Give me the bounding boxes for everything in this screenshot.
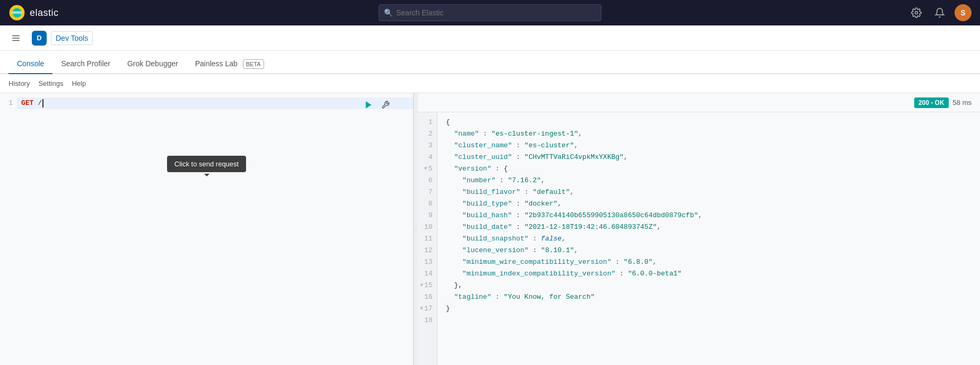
resp-line-14: "minimum_index_compatibility_version" : … bbox=[438, 268, 980, 280]
editor-actions bbox=[362, 99, 392, 111]
svg-rect-3 bbox=[12, 13, 22, 14]
resp-line-12: "lucene_version" : "8.10.1", bbox=[438, 245, 980, 256]
resp-line-2: "name" : "es-cluster-ingest-1", bbox=[438, 128, 980, 140]
status-badge: 200 - OK bbox=[914, 97, 949, 108]
resp-line-7: "build_flavor" : "default", bbox=[438, 186, 980, 198]
hamburger-button[interactable] bbox=[8, 31, 23, 46]
user-avatar[interactable]: S bbox=[955, 4, 972, 21]
app-badge[interactable]: D bbox=[32, 31, 47, 46]
http-method: GET bbox=[21, 97, 33, 109]
top-bar: elastic 🔍 S bbox=[0, 0, 980, 25]
resp-line-4: "cluster_uuid" : "CHvMTTVaRiC4vpkMxYXKBg… bbox=[438, 152, 980, 163]
settings-icon[interactable] bbox=[908, 4, 925, 21]
resize-divider[interactable]: ⋮ bbox=[414, 93, 418, 365]
resp-line-11: "build_snapshot" : false, bbox=[438, 233, 980, 245]
resp-line-13: "minimum_wire_compatibility_version" : "… bbox=[438, 256, 980, 268]
history-link[interactable]: History bbox=[8, 79, 30, 87]
resp-line-3: "cluster_name" : "es-cluster", bbox=[438, 140, 980, 152]
editor-pane: 1 GET / bbox=[0, 93, 414, 365]
resp-line-1: { bbox=[438, 117, 980, 128]
help-link[interactable]: Help bbox=[72, 79, 86, 87]
response-body: 1 2 3 4 ▼5 6 7 8 9 10 11 12 13 14 ▼15 16… bbox=[418, 112, 980, 365]
tab-console[interactable]: Console bbox=[8, 54, 52, 74]
top-bar-right: S bbox=[908, 4, 972, 21]
http-path: / bbox=[33, 97, 42, 109]
svg-rect-2 bbox=[12, 12, 22, 13]
beta-badge: BETA bbox=[243, 59, 264, 69]
response-header: 200 - OK 58 ms bbox=[418, 93, 980, 112]
svg-marker-8 bbox=[366, 101, 372, 109]
response-pane: 200 - OK 58 ms 1 2 3 4 ▼5 6 7 8 9 10 11 … bbox=[418, 93, 980, 365]
tab-search-profiler[interactable]: Search Profiler bbox=[52, 54, 119, 74]
response-time: 58 ms bbox=[953, 99, 972, 106]
response-line-numbers: 1 2 3 4 ▼5 6 7 8 9 10 11 12 13 14 ▼15 16… bbox=[418, 112, 438, 365]
resp-line-10: "build_date" : "2021-12-18T19:42:46.6048… bbox=[438, 221, 980, 233]
resp-line-17: } bbox=[438, 303, 980, 315]
editor-code-area[interactable]: GET / bbox=[17, 93, 413, 365]
notifications-icon[interactable] bbox=[931, 4, 948, 21]
search-icon-top: 🔍 bbox=[384, 8, 393, 17]
elastic-logo-text: elastic bbox=[30, 7, 59, 19]
tab-painless-lab[interactable]: Painless Lab BETA bbox=[187, 54, 273, 74]
text-cursor bbox=[42, 99, 43, 108]
resp-line-6: "number" : "7.16.2", bbox=[438, 175, 980, 186]
elastic-logo[interactable]: elastic bbox=[8, 4, 59, 21]
tabs-bar: Console Search Profiler Grok Debugger Pa… bbox=[0, 51, 980, 74]
toolbar: History Settings Help bbox=[0, 74, 980, 93]
editor-content: 1 GET / bbox=[0, 93, 413, 365]
secondary-bar: D Dev Tools bbox=[0, 25, 980, 51]
elastic-logo-icon bbox=[8, 4, 25, 21]
search-bar-container: 🔍 bbox=[379, 4, 601, 21]
search-input[interactable] bbox=[379, 4, 601, 21]
resp-line-18 bbox=[438, 315, 980, 326]
breadcrumb-link[interactable]: Dev Tools bbox=[51, 31, 93, 45]
resp-line-8: "build_type" : "docker", bbox=[438, 198, 980, 210]
response-code-area: { "name" : "es-cluster-ingest-1", "clust… bbox=[438, 112, 980, 365]
resp-line-15: }, bbox=[438, 280, 980, 291]
code-line-1[interactable]: GET / bbox=[17, 97, 413, 109]
tools-button[interactable] bbox=[379, 99, 392, 111]
run-button[interactable] bbox=[362, 99, 375, 111]
main-content: 1 GET / bbox=[0, 93, 980, 365]
settings-link[interactable]: Settings bbox=[38, 79, 63, 87]
resp-line-16: "tagline" : "You Know, for Search" bbox=[438, 291, 980, 303]
resp-line-5: "version" : { bbox=[438, 163, 980, 175]
resp-line-9: "build_hash" : "2b937c44140b6559905130a8… bbox=[438, 210, 980, 221]
editor-line-numbers: 1 bbox=[0, 93, 17, 365]
tab-grok-debugger[interactable]: Grok Debugger bbox=[119, 54, 187, 74]
svg-point-4 bbox=[915, 12, 918, 14]
